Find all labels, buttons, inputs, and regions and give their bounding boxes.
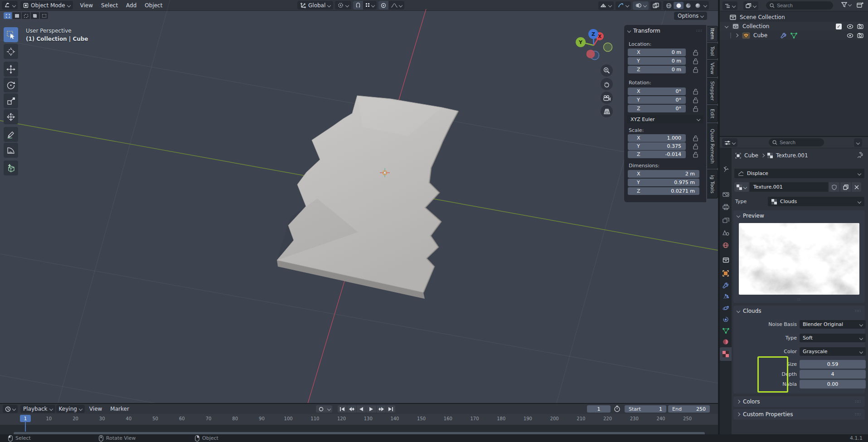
prev-keyframe-button[interactable]: [347, 405, 356, 413]
rotation-x-field[interactable]: X0°: [628, 87, 686, 95]
new-collection-button[interactable]: [857, 2, 864, 8]
outliner-row-cube[interactable]: | Cube: [720, 31, 868, 40]
next-keyframe-button[interactable]: [377, 405, 386, 413]
breadcrumb-object[interactable]: Cube: [744, 152, 758, 159]
color-dropdown[interactable]: Grayscale: [800, 347, 866, 356]
tab-object-data[interactable]: [720, 325, 732, 336]
displace-texture-slot-dropdown[interactable]: Displace: [734, 169, 864, 178]
pin-icon[interactable]: [857, 152, 863, 158]
timeline-ruler[interactable]: 1 10203040506070809010011012013014015016…: [0, 414, 718, 425]
xray-toggle[interactable]: [650, 1, 661, 10]
proportional-edit-toggle[interactable]: [378, 1, 388, 10]
outliner-row-scene-collection[interactable]: Scene Collection: [720, 13, 868, 22]
tab-physics[interactable]: [720, 302, 732, 314]
gizmo-axis-neg-x[interactable]: [587, 50, 595, 58]
tool-select-box[interactable]: [4, 27, 18, 42]
tool-cursor[interactable]: [4, 44, 18, 59]
noise-basis-dropdown[interactable]: Blender Original: [800, 320, 866, 329]
unlink-button[interactable]: [852, 182, 861, 192]
lock-icon[interactable]: [693, 151, 698, 158]
select-mode-circle[interactable]: [22, 12, 30, 19]
sidebar-tab-item[interactable]: Item: [707, 26, 718, 42]
tool-transform[interactable]: [4, 109, 18, 124]
sidebar-tab-ig-tools[interactable]: ig Tools: [707, 170, 718, 199]
tab-render[interactable]: [720, 188, 732, 200]
rotation-z-field[interactable]: Z0°: [628, 105, 686, 112]
lock-icon[interactable]: [693, 58, 698, 64]
tool-rotate[interactable]: [4, 78, 18, 92]
camera-visibility-icon[interactable]: [857, 24, 863, 29]
tab-output[interactable]: [720, 201, 732, 213]
preview-resize-grip[interactable]: ∷: [798, 297, 801, 302]
auto-keying-dropdown[interactable]: [326, 405, 332, 413]
clouds-panel-header[interactable]: Clouds ∷∷: [733, 306, 865, 316]
tab-collection[interactable]: [720, 254, 732, 266]
timeline-view-menu[interactable]: View: [86, 405, 106, 413]
end-frame-field[interactable]: End 250: [668, 405, 710, 413]
gizmo-axis-neg-y[interactable]: [604, 43, 612, 52]
pan-button[interactable]: [601, 78, 613, 90]
start-frame-field[interactable]: Start 1: [625, 405, 666, 413]
collection-checkbox[interactable]: ✓: [836, 24, 842, 29]
shading-rendered-button[interactable]: [693, 2, 703, 9]
camera-visibility-icon[interactable]: [857, 33, 863, 38]
scale-x-field[interactable]: X1.000: [628, 134, 686, 142]
tool-add-cube[interactable]: [4, 160, 18, 175]
options-dropdown[interactable]: Options: [674, 12, 707, 20]
keying-menu[interactable]: Keying: [56, 405, 85, 413]
current-frame-marker[interactable]: 1: [20, 415, 31, 422]
properties-editor-type[interactable]: [722, 138, 737, 147]
outliner-search[interactable]: [766, 1, 833, 10]
sidebar-tab-view[interactable]: View: [707, 60, 718, 77]
outliner-filter-images[interactable]: [743, 1, 758, 10]
dimensions-z-field[interactable]: Z0.0271 m: [628, 187, 699, 195]
sidebar-tab-quad-remesh[interactable]: Quad Remesh: [707, 123, 718, 169]
fake-user-button[interactable]: [829, 182, 839, 192]
tab-object[interactable]: [720, 267, 732, 279]
lock-icon[interactable]: [693, 88, 698, 95]
play-reverse-button[interactable]: [357, 405, 366, 413]
snap-mode-dropdown[interactable]: [363, 3, 377, 8]
rotation-mode-dropdown[interactable]: XYZ Euler: [627, 115, 703, 123]
tab-constraints[interactable]: [720, 313, 732, 325]
tool-measure[interactable]: [4, 143, 18, 158]
lock-icon[interactable]: [693, 49, 698, 56]
timeline-marker-menu[interactable]: Marker: [107, 405, 132, 413]
shading-wireframe-button[interactable]: [664, 2, 674, 9]
tab-tool[interactable]: [720, 163, 732, 175]
use-preview-range-button[interactable]: [614, 405, 621, 412]
select-mode-lasso[interactable]: [31, 12, 39, 19]
outliner-search-input[interactable]: [777, 3, 822, 8]
outliner-row-collection[interactable]: Collection ✓: [720, 22, 868, 31]
scale-y-field[interactable]: Y0.375: [628, 142, 686, 150]
lock-icon[interactable]: [693, 67, 698, 73]
type-dropdown[interactable]: Clouds: [768, 197, 864, 206]
3d-viewport[interactable]: Object Mode View Select Add Object Globa…: [0, 0, 718, 403]
sidebar-tab-stepper[interactable]: Stepper: [707, 78, 718, 104]
tab-world[interactable]: [720, 239, 732, 251]
sidebar-tab-edit[interactable]: Edit: [707, 105, 718, 122]
dimensions-y-field[interactable]: Y0.975 m: [628, 179, 699, 186]
size-slider[interactable]: 0.59: [800, 360, 866, 369]
gizmo-dropdown[interactable]: [616, 1, 631, 10]
select-mode-tweak[interactable]: [4, 12, 12, 19]
tool-move[interactable]: [4, 62, 18, 77]
location-y-field[interactable]: Y0 m: [628, 57, 686, 65]
visibility-dropdown[interactable]: [598, 1, 614, 10]
tab-modifiers[interactable]: [720, 279, 732, 291]
transform-panel-header[interactable]: Transform: [628, 28, 660, 34]
sidebar-tab-tool[interactable]: Tool: [707, 43, 718, 59]
lock-icon[interactable]: [693, 143, 698, 150]
new-copy-button[interactable]: [840, 182, 851, 192]
properties-search[interactable]: [769, 138, 824, 146]
pivot-point-dropdown[interactable]: [335, 1, 351, 10]
zoom-button[interactable]: [601, 64, 613, 77]
tool-annotate[interactable]: [4, 127, 18, 142]
select-mode-box[interactable]: [13, 12, 21, 19]
location-x-field[interactable]: X0 m: [628, 49, 686, 56]
lock-icon[interactable]: [693, 135, 698, 141]
custom-properties-section[interactable]: Custom Properties ∷∷: [733, 409, 865, 420]
properties-options-dropdown[interactable]: [854, 138, 862, 147]
tab-scene[interactable]: [720, 227, 732, 238]
texture-name-field[interactable]: Texture.001: [750, 182, 828, 192]
